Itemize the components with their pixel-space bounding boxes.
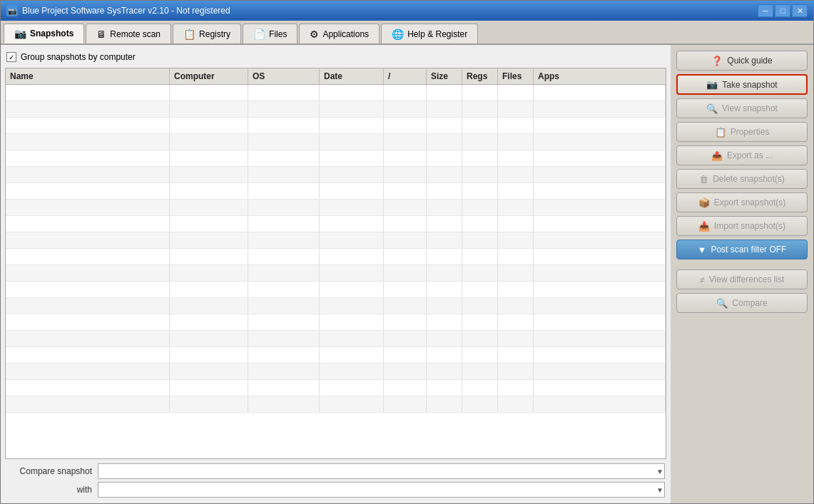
- col-size: Size: [427, 68, 462, 84]
- table-row[interactable]: [6, 167, 666, 183]
- table-row[interactable]: [6, 85, 666, 101]
- take-snapshot-button[interactable]: 📷 Take snapshot: [676, 74, 808, 95]
- diff-icon: ≠: [700, 274, 705, 285]
- group-checkbox-label: Group snapshots by computer: [21, 52, 136, 62]
- col-name: Name: [6, 68, 170, 84]
- view-icon: 🔍: [706, 103, 718, 114]
- take-snapshot-label: Take snapshot: [722, 80, 777, 90]
- compare-snapshot-dropdown-wrapper[interactable]: ▼: [98, 463, 665, 479]
- table-row[interactable]: [6, 101, 666, 118]
- post-scan-filter-button[interactable]: ▼ Post scan filter OFF: [676, 240, 808, 259]
- col-os: OS: [248, 68, 320, 84]
- main-panel: Group snapshots by computer Name Compute…: [1, 45, 671, 503]
- window-title: Blue Project Software SysTracer v2.10 - …: [22, 6, 758, 16]
- table-row[interactable]: [6, 150, 666, 167]
- compare-label: Compare: [732, 298, 767, 308]
- col-files: Files: [498, 68, 534, 84]
- quick-guide-label: Quick guide: [727, 56, 772, 66]
- table-row[interactable]: [6, 380, 666, 396]
- quick-guide-button[interactable]: ❓ Quick guide: [676, 51, 808, 71]
- snapshots-tab-label: Snapshots: [30, 29, 73, 38]
- applications-tab-icon: ⚙: [310, 29, 319, 40]
- table-row[interactable]: [6, 200, 666, 216]
- col-sort[interactable]: /: [384, 68, 427, 84]
- tab-registry[interactable]: 📋 Registry: [173, 24, 241, 43]
- export-as-label: Export as ...: [727, 150, 773, 160]
- sidebar: ❓ Quick guide 📷 Take snapshot 🔍 View sna…: [671, 45, 813, 503]
- import-snapshots-label: Import snapshot(s): [714, 221, 785, 231]
- table-row[interactable]: [6, 331, 666, 347]
- compare-with-row: with ▼: [6, 482, 665, 498]
- minimize-button[interactable]: ─: [758, 4, 773, 17]
- import-icon: 📥: [698, 221, 710, 232]
- table-header: Name Computer OS Date / Size Regs Files …: [6, 68, 666, 85]
- properties-icon: 📋: [715, 127, 726, 138]
- table-row[interactable]: [6, 265, 666, 282]
- table-row[interactable]: [6, 183, 666, 200]
- remote-scan-tab-icon: 🖥: [96, 29, 106, 40]
- compare-with-select[interactable]: [98, 482, 665, 498]
- table-row[interactable]: [6, 216, 666, 232]
- properties-label: Properties: [731, 127, 770, 137]
- table-row[interactable]: [6, 364, 666, 380]
- compare-with-label: with: [6, 485, 92, 495]
- export-snapshots-icon: 📦: [698, 197, 710, 208]
- group-checkbox-row: Group snapshots by computer: [5, 49, 666, 65]
- compare-snapshot-label: Compare snapshot: [6, 466, 92, 476]
- delete-icon: 🗑: [699, 174, 708, 185]
- col-computer: Computer: [170, 68, 248, 84]
- tab-help[interactable]: 🌐 Help & Register: [381, 24, 478, 43]
- export-icon: 📤: [711, 150, 723, 161]
- export-as-button[interactable]: 📤 Export as ...: [676, 145, 808, 165]
- table-body: [6, 85, 666, 458]
- compare-snapshot-row: Compare snapshot ▼: [6, 463, 665, 479]
- export-snapshots-label: Export snapshot(s): [714, 197, 786, 207]
- group-checkbox[interactable]: [6, 52, 16, 62]
- delete-snapshots-button[interactable]: 🗑 Delete snapshot(s): [676, 169, 808, 189]
- compare-section: Compare snapshot ▼ with ▼: [5, 459, 666, 499]
- table-row[interactable]: [6, 347, 666, 364]
- col-apps: Apps: [534, 68, 666, 84]
- post-scan-filter-label: Post scan filter OFF: [711, 245, 786, 254]
- applications-tab-label: Applications: [322, 29, 369, 39]
- tab-applications[interactable]: ⚙ Applications: [299, 24, 380, 43]
- registry-tab-icon: 📋: [183, 29, 195, 40]
- table-row[interactable]: [6, 249, 666, 265]
- table-row[interactable]: [6, 282, 666, 298]
- col-regs: Regs: [462, 68, 498, 84]
- files-tab-icon: 📄: [253, 29, 265, 40]
- content-area: Group snapshots by computer Name Compute…: [1, 45, 813, 503]
- view-snapshot-label: View snapshot: [722, 103, 778, 113]
- col-date: Date: [320, 68, 384, 84]
- properties-button[interactable]: 📋 Properties: [676, 122, 808, 142]
- table-row[interactable]: [6, 396, 666, 413]
- view-differences-button[interactable]: ≠ View differences list: [676, 269, 808, 289]
- view-snapshot-button[interactable]: 🔍 View snapshot: [676, 98, 808, 118]
- table-row[interactable]: [6, 298, 666, 314]
- files-tab-label: Files: [269, 29, 287, 39]
- remote-scan-tab-label: Remote scan: [110, 29, 161, 39]
- import-snapshots-button[interactable]: 📥 Import snapshot(s): [676, 216, 808, 236]
- table-row[interactable]: [6, 232, 666, 249]
- tab-remote-scan[interactable]: 🖥 Remote scan: [86, 24, 171, 43]
- export-snapshots-button[interactable]: 📦 Export snapshot(s): [676, 192, 808, 212]
- magnifier-icon: 🔍: [716, 298, 728, 309]
- compare-button[interactable]: 🔍 Compare: [676, 293, 808, 313]
- registry-tab-label: Registry: [199, 29, 230, 39]
- compare-snapshot-select[interactable]: [98, 463, 665, 479]
- compare-with-dropdown-wrapper[interactable]: ▼: [98, 482, 665, 498]
- table-row[interactable]: [6, 118, 666, 134]
- filter-icon: ▼: [698, 245, 707, 255]
- tab-files[interactable]: 📄 Files: [243, 24, 297, 43]
- tab-snapshots[interactable]: 📷 Snapshots: [4, 24, 84, 43]
- table-row[interactable]: [6, 134, 666, 150]
- question-icon: ❓: [711, 56, 723, 66]
- view-differences-label: View differences list: [709, 274, 785, 284]
- app-icon: 📷: [6, 5, 18, 16]
- help-tab-label: Help & Register: [407, 29, 467, 39]
- window-controls: ─ □ ✕: [758, 4, 808, 17]
- close-button[interactable]: ✕: [792, 4, 808, 17]
- restore-button[interactable]: □: [775, 4, 790, 17]
- delete-snapshots-label: Delete snapshot(s): [713, 174, 785, 184]
- table-row[interactable]: [6, 314, 666, 331]
